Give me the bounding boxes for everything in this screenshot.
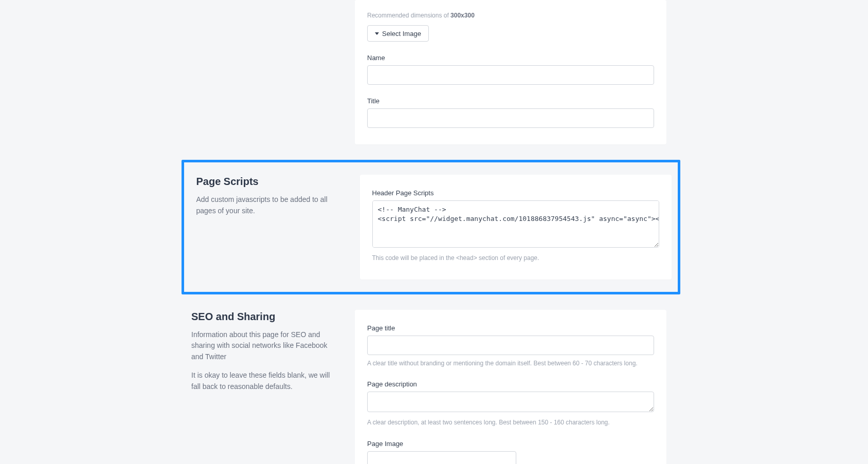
- seo-card: Page title A clear title without brandin…: [355, 310, 666, 464]
- select-image-label: Select Image: [382, 30, 421, 38]
- header-scripts-label: Header Page Scripts: [372, 189, 659, 197]
- page-scripts-description: Add custom javascripts to be added to al…: [196, 194, 346, 216]
- page-description-label: Page description: [367, 380, 654, 388]
- recommended-dims: 300x300: [450, 12, 475, 19]
- page-title-help: A clear title without branding or mentio…: [367, 359, 654, 368]
- select-image-button[interactable]: Select Image: [367, 25, 429, 42]
- recommended-dimensions-text: Recommended dimensions of 300x300: [367, 11, 654, 20]
- seo-heading: SEO and Sharing: [191, 310, 340, 323]
- title-label: Title: [367, 97, 654, 105]
- top-section-row: Recommended dimensions of 300x300 Select…: [191, 0, 677, 144]
- page-description-help: A clear description, at least two senten…: [367, 418, 654, 427]
- page-scripts-highlight: Page Scripts Add custom javascripts to b…: [182, 160, 680, 294]
- page-scripts-card: Header Page Scripts This code will be pl…: [360, 175, 672, 279]
- seo-desc-2: It is okay to leave these fields blank, …: [191, 370, 340, 392]
- title-field: Title: [367, 97, 654, 128]
- caret-down-icon: [375, 32, 379, 35]
- page-title-input[interactable]: [367, 336, 654, 355]
- name-field: Name: [367, 54, 654, 85]
- name-label: Name: [367, 54, 654, 62]
- recommended-prefix: Recommended dimensions of: [367, 12, 450, 19]
- seo-desc-1: Information about this page for SEO and …: [191, 329, 340, 363]
- page-description-field: Page description A clear description, at…: [367, 380, 654, 427]
- name-input[interactable]: [367, 65, 654, 85]
- top-section-left-spacer: [191, 0, 355, 144]
- page-title-label: Page title: [367, 324, 654, 332]
- page-image-field: Page Image: [367, 440, 654, 464]
- seo-sidebar: SEO and Sharing Information about this p…: [191, 310, 355, 464]
- page-scripts-row: Page Scripts Add custom javascripts to b…: [196, 175, 682, 279]
- header-scripts-help: This code will be placed in the <head> s…: [372, 254, 659, 263]
- title-input[interactable]: [367, 108, 654, 128]
- page-scripts-sidebar: Page Scripts Add custom javascripts to b…: [196, 175, 360, 279]
- seo-row: SEO and Sharing Information about this p…: [191, 310, 677, 464]
- header-scripts-textarea[interactable]: [372, 200, 659, 248]
- page-description-textarea[interactable]: [367, 392, 654, 412]
- page-image-label: Page Image: [367, 440, 654, 448]
- page-scripts-heading: Page Scripts: [196, 175, 346, 188]
- top-card: Recommended dimensions of 300x300 Select…: [355, 0, 666, 144]
- page-image-placeholder[interactable]: [367, 451, 516, 464]
- page-title-field: Page title A clear title without brandin…: [367, 324, 654, 368]
- header-scripts-field: Header Page Scripts This code will be pl…: [372, 189, 659, 263]
